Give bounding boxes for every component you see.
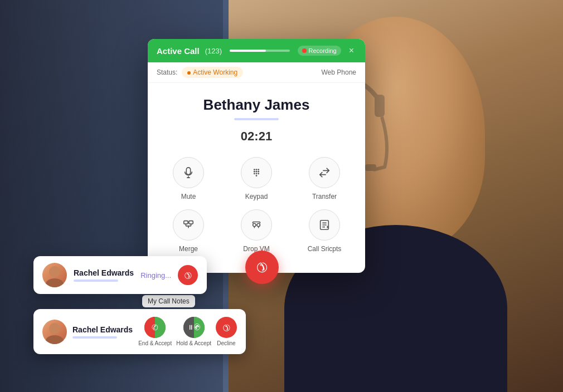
incoming-bar bbox=[72, 336, 117, 339]
web-phone-label: Web Phone bbox=[322, 68, 357, 76]
end-accept-action: ✆ End & Accept bbox=[138, 317, 172, 346]
end-accept-label: End & Accept bbox=[138, 340, 172, 346]
keypad-icon bbox=[241, 157, 272, 188]
svg-point-12 bbox=[256, 175, 258, 177]
svg-rect-13 bbox=[184, 221, 188, 224]
call-scripts-label: Call Sricpts bbox=[308, 245, 342, 253]
ringing-decline-button[interactable]: ✆ bbox=[178, 265, 198, 285]
transfer-label: Transfer bbox=[312, 193, 337, 200]
svg-point-11 bbox=[258, 173, 259, 174]
incoming-call-card: Rachel Edwards ✆ End & Accept ⏸✆ bbox=[33, 309, 246, 354]
status-bar: Status: Active Working Web Phone bbox=[148, 62, 365, 83]
incoming-avatar bbox=[42, 320, 67, 344]
mute-label: Mute bbox=[181, 193, 196, 200]
svg-point-3 bbox=[254, 169, 255, 170]
recording-badge: Recording bbox=[298, 46, 341, 56]
incoming-actions: ✆ End & Accept ⏸✆ Hold & Accept ✆ Declin… bbox=[138, 317, 237, 346]
drop-vm-button[interactable]: Drop VM bbox=[227, 209, 286, 253]
ringing-bar bbox=[74, 280, 118, 282]
call-scripts-button[interactable]: Call Sricpts bbox=[295, 209, 354, 253]
svg-point-16 bbox=[257, 223, 260, 227]
ringing-avatar bbox=[42, 263, 67, 287]
call-panel: Active Call (123) Recording × Status: Ac… bbox=[148, 39, 365, 273]
transfer-icon bbox=[309, 157, 340, 188]
recording-dot bbox=[302, 48, 307, 53]
mute-icon bbox=[173, 157, 204, 188]
call-notes-label: My Call Notes bbox=[142, 295, 195, 307]
svg-point-20 bbox=[49, 323, 60, 334]
hold-accept-label: Hold & Accept bbox=[176, 340, 211, 346]
call-panel-header: Active Call (123) Recording × bbox=[148, 39, 365, 62]
call-actions-row2: Merge Drop VM bbox=[159, 209, 354, 253]
ringing-status: Ringing... bbox=[140, 271, 171, 280]
call-panel-body: Bethany James 02:21 Mute bbox=[148, 83, 365, 273]
call-actions-row1: Mute Keypad bbox=[159, 157, 354, 200]
merge-label: Merge bbox=[179, 245, 198, 253]
keypad-button[interactable]: Keypad bbox=[227, 157, 286, 200]
svg-point-15 bbox=[253, 223, 256, 227]
mute-button[interactable]: Mute bbox=[159, 157, 218, 200]
incoming-info: Rachel Edwards bbox=[72, 325, 133, 339]
svg-point-21 bbox=[46, 335, 64, 344]
svg-rect-14 bbox=[189, 221, 193, 224]
svg-point-18 bbox=[49, 266, 60, 277]
svg-point-6 bbox=[254, 171, 255, 173]
svg-point-19 bbox=[46, 278, 64, 287]
incoming-name: Rachel Edwards bbox=[72, 325, 133, 334]
decline-action: ✆ Decline bbox=[216, 317, 237, 346]
hold-accept-action: ⏸✆ Hold & Accept bbox=[176, 317, 211, 346]
status-dot bbox=[187, 71, 191, 75]
svg-point-8 bbox=[258, 171, 259, 173]
floating-hangup-button[interactable]: ✆ bbox=[245, 251, 279, 284]
ringing-decline-icon: ✆ bbox=[182, 269, 195, 282]
ringing-info: Rachel Edwards bbox=[74, 268, 134, 282]
svg-rect-2 bbox=[365, 164, 376, 171]
call-progress-bar bbox=[230, 50, 289, 52]
ringing-card: Rachel Edwards Ringing... ✆ bbox=[33, 256, 207, 294]
svg-point-9 bbox=[254, 173, 255, 174]
decline-icon: ✆ bbox=[220, 321, 233, 334]
svg-point-4 bbox=[256, 169, 258, 170]
decline-button[interactable]: ✆ bbox=[216, 317, 237, 338]
svg-point-7 bbox=[256, 171, 258, 173]
status-row: Status: Active Working bbox=[157, 67, 243, 78]
svg-point-5 bbox=[258, 169, 259, 170]
call-timer: 02:21 bbox=[159, 129, 354, 144]
status-label: Status: bbox=[157, 68, 177, 76]
call-progress-fill bbox=[230, 50, 265, 52]
svg-rect-1 bbox=[375, 95, 385, 117]
floating-hangup-icon: ✆ bbox=[253, 258, 271, 277]
status-badge: Active Working bbox=[182, 67, 243, 78]
call-phone-number: (123) bbox=[205, 47, 222, 55]
hold-accept-button[interactable]: ⏸✆ bbox=[183, 317, 205, 338]
call-panel-title: Active Call bbox=[157, 46, 200, 56]
call-scripts-icon bbox=[309, 209, 340, 241]
caller-name: Bethany James bbox=[159, 96, 354, 114]
keypad-label: Keypad bbox=[245, 193, 268, 200]
drop-vm-icon bbox=[241, 209, 272, 241]
caller-bar bbox=[234, 118, 279, 120]
end-accept-button[interactable]: ✆ bbox=[144, 317, 166, 338]
ringing-name: Rachel Edwards bbox=[74, 268, 134, 277]
svg-point-10 bbox=[256, 173, 258, 174]
merge-icon bbox=[173, 209, 204, 241]
transfer-button[interactable]: Transfer bbox=[295, 157, 354, 200]
recording-label: Recording bbox=[309, 47, 337, 54]
decline-label: Decline bbox=[217, 340, 235, 346]
close-button[interactable]: × bbox=[347, 45, 356, 57]
merge-button[interactable]: Merge bbox=[159, 209, 218, 253]
